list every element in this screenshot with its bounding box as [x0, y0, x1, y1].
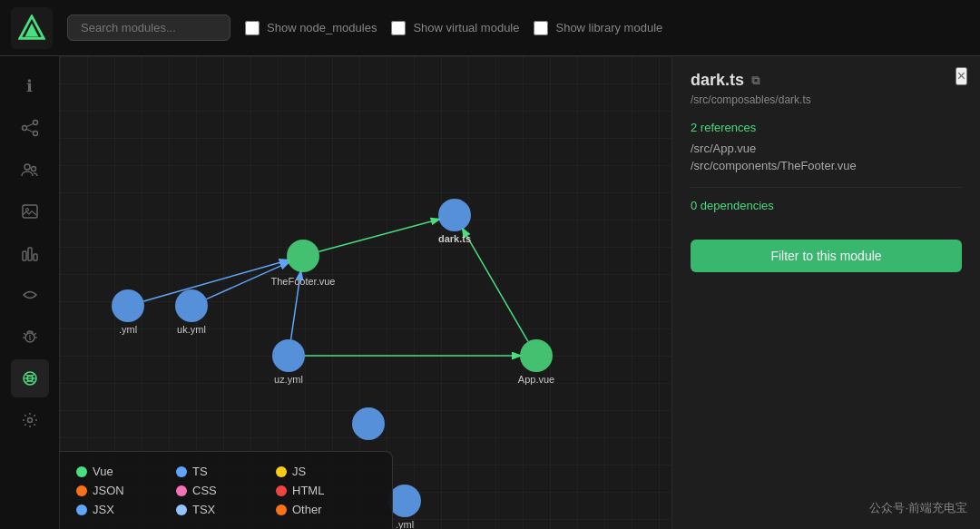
dependencies-label: 0 dependencies	[691, 199, 962, 212]
show-node-modules-checkbox[interactable]: Show node_modules	[245, 21, 377, 35]
reference-item-2: /src/components/TheFooter.vue	[691, 157, 962, 174]
svg-line-5	[26, 123, 34, 127]
sidebar-item-bug[interactable]	[11, 318, 49, 356]
dependencies-section: 0 dependencies	[691, 199, 962, 212]
svg-point-2	[22, 126, 26, 131]
svg-line-26	[206, 262, 288, 299]
legend-item-ts: TS	[176, 465, 276, 478]
divider	[691, 187, 962, 188]
node-label-TheFooter.vue: TheFooter.vue	[258, 276, 348, 287]
library-module-check[interactable]	[534, 21, 548, 35]
sidebar-item-info[interactable]: ℹ	[11, 67, 49, 105]
node-label-ml: .yml	[83, 324, 173, 335]
show-library-module-checkbox[interactable]: Show library module	[534, 21, 662, 35]
copy-icon[interactable]: ⧉	[751, 73, 760, 88]
svg-point-32	[175, 289, 208, 322]
legend-item-other: Other	[276, 503, 376, 516]
svg-point-10	[25, 209, 28, 211]
watermark: 公众号·前端充电宝	[869, 500, 967, 516]
svg-rect-9	[23, 205, 37, 218]
reference-item-1: /src/App.vue	[691, 140, 962, 157]
svg-line-27	[291, 272, 301, 339]
panel-title: dark.ts ⧉	[691, 71, 962, 90]
node-label-dark.ts: dark.ts	[409, 233, 500, 244]
svg-point-30	[438, 199, 471, 231]
logo	[11, 7, 53, 49]
legend-item-json: JSON	[76, 484, 176, 497]
search-input[interactable]	[67, 15, 230, 41]
sidebar-item-users[interactable]	[11, 151, 49, 189]
svg-line-24	[318, 220, 438, 252]
svg-point-23	[27, 418, 32, 423]
legend-item-tsx: TSX	[176, 503, 276, 516]
legend-item-jsx: JSX	[76, 503, 176, 516]
legend-item-html: HTML	[276, 484, 376, 497]
sidebar-item-flow[interactable]	[11, 276, 49, 314]
references-label: 2 references	[691, 121, 962, 134]
svg-point-36	[352, 407, 385, 440]
node-label-uk.yml: uk.yml	[146, 324, 237, 335]
sidebar-item-settings[interactable]	[11, 401, 49, 439]
close-button[interactable]: ×	[956, 67, 967, 85]
main-layout: ℹ	[0, 56, 980, 529]
node-label-uz.yml: uz.yml	[243, 374, 334, 385]
legend: VueTSJSJSONCSSHTMLJSXTSXOther	[60, 451, 393, 529]
legend-item-css: CSS	[176, 484, 276, 497]
svg-point-7	[24, 164, 30, 170]
legend-item-vue: Vue	[76, 465, 176, 478]
virtual-module-check[interactable]	[391, 21, 406, 35]
sidebar-item-graph[interactable]	[11, 109, 49, 147]
sidebar-item-image[interactable]	[11, 192, 49, 230]
svg-rect-13	[34, 254, 37, 260]
svg-line-29	[143, 260, 287, 301]
svg-point-37	[388, 485, 421, 517]
svg-point-33	[112, 289, 144, 322]
node-label-App.vue: App.vue	[491, 374, 582, 385]
sidebar: ℹ	[0, 56, 60, 529]
svg-point-34	[272, 339, 305, 372]
right-panel: × dark.ts ⧉ /src/composables/dark.ts 2 r…	[671, 56, 980, 529]
svg-line-6	[26, 129, 34, 132]
panel-path: /src/composables/dark.ts	[691, 93, 962, 106]
svg-rect-11	[23, 251, 26, 260]
svg-point-4	[33, 132, 37, 136]
sidebar-item-chart[interactable]	[11, 234, 49, 272]
svg-point-31	[287, 240, 319, 272]
sidebar-item-network[interactable]	[11, 359, 49, 397]
references-section: 2 references /src/App.vue /src/component…	[691, 121, 962, 174]
svg-line-19	[34, 333, 36, 335]
svg-point-3	[33, 121, 37, 125]
svg-rect-12	[28, 248, 32, 260]
svg-point-8	[31, 167, 35, 171]
graph-area[interactable]: dark.tsTheFooter.vueuk.yml.ymluz.ymlApp.…	[60, 56, 671, 529]
show-virtual-module-checkbox[interactable]: Show virtual module	[391, 21, 519, 35]
svg-line-18	[24, 333, 26, 335]
node-modules-check[interactable]	[245, 21, 260, 35]
legend-item-js: JS	[276, 465, 376, 478]
top-bar: Show node_modules Show virtual module Sh…	[0, 0, 980, 56]
svg-point-35	[520, 339, 553, 372]
filter-button[interactable]: Filter to this module	[691, 240, 962, 272]
svg-line-25	[463, 230, 528, 342]
